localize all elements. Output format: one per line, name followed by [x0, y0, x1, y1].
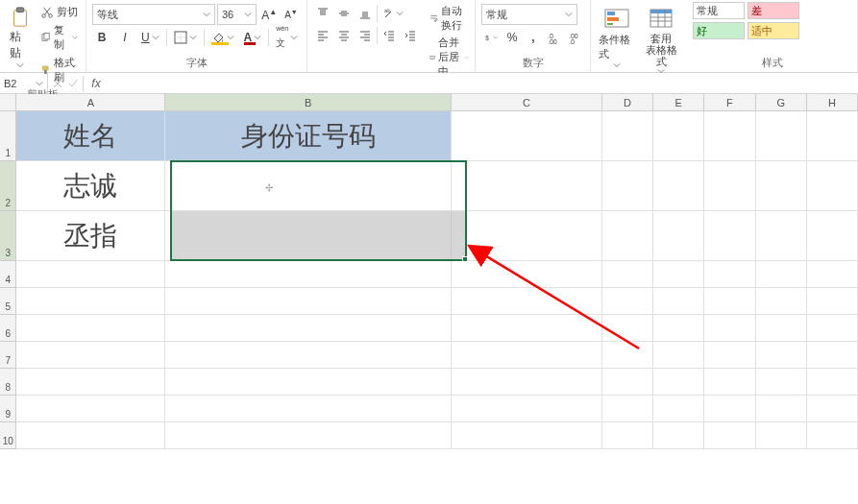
preset-bad[interactable]: 差 [748, 2, 799, 19]
cell-C4[interactable] [452, 261, 602, 288]
cell-E2[interactable] [653, 161, 704, 211]
cell-G6[interactable] [756, 315, 807, 342]
cell-F10[interactable] [704, 422, 755, 449]
cell-H4[interactable] [807, 261, 858, 288]
decrease-indent-button[interactable] [380, 26, 399, 45]
cell-H7[interactable] [807, 342, 858, 369]
preset-neutral[interactable]: 适中 [748, 22, 799, 39]
cell-A10[interactable] [16, 422, 165, 449]
row-header-2[interactable]: 2 [0, 161, 16, 211]
cell-E10[interactable] [653, 422, 704, 449]
cell-F6[interactable] [704, 315, 755, 342]
cell-B7[interactable] [165, 342, 452, 369]
formula-input[interactable] [109, 73, 858, 93]
copy-button[interactable]: 复制 [38, 22, 80, 53]
col-header-C[interactable]: C [452, 94, 602, 110]
cell-D6[interactable] [602, 315, 653, 342]
cell-E1[interactable] [653, 111, 704, 161]
cell-C2[interactable] [452, 161, 602, 211]
cell-A6[interactable] [16, 315, 165, 342]
increase-font-button[interactable]: A▲ [258, 5, 280, 24]
font-size-select[interactable]: 36 [217, 4, 257, 25]
cell-D1[interactable] [602, 111, 653, 161]
row-header-7[interactable]: 7 [0, 342, 16, 369]
row-header-10[interactable]: 10 [0, 422, 16, 449]
cell-F9[interactable] [704, 396, 755, 422]
cell-C6[interactable] [452, 315, 602, 342]
row-header-3[interactable]: 3 [0, 211, 16, 261]
name-box[interactable]: B2 [0, 73, 48, 93]
cell-D10[interactable] [602, 422, 653, 449]
col-header-G[interactable]: G [756, 94, 807, 110]
cell-A9[interactable] [16, 396, 165, 422]
increase-indent-button[interactable] [401, 26, 420, 45]
cell-D8[interactable] [602, 369, 653, 396]
align-bottom-button[interactable] [355, 4, 375, 23]
col-header-F[interactable]: F [704, 94, 755, 110]
cell-B8[interactable] [165, 369, 452, 396]
cell-G7[interactable] [756, 342, 807, 369]
comma-button[interactable]: , [524, 28, 543, 47]
cell-H6[interactable] [807, 315, 858, 342]
align-top-button[interactable] [313, 4, 332, 23]
row-header-6[interactable]: 6 [0, 315, 16, 342]
cell-C10[interactable] [452, 422, 602, 449]
cell-F5[interactable] [704, 288, 755, 315]
cell-C1[interactable] [452, 111, 602, 161]
font-color-button[interactable]: A [241, 28, 265, 47]
cell-C8[interactable] [452, 369, 602, 396]
cell-D3[interactable] [602, 211, 653, 261]
italic-button[interactable]: I [115, 28, 135, 47]
conditional-format-button[interactable]: 条件格式 [597, 4, 637, 71]
decrease-decimal-button[interactable]: .00.0 [566, 28, 585, 47]
align-center-button[interactable] [334, 26, 354, 45]
cell-B9[interactable] [165, 396, 452, 422]
cell-H3[interactable] [807, 211, 858, 261]
cell-D7[interactable] [602, 342, 653, 369]
row-header-1[interactable]: 1 [0, 111, 16, 161]
bold-button[interactable]: B [92, 28, 111, 47]
col-header-B[interactable]: B [165, 94, 452, 110]
cell-F4[interactable] [704, 261, 755, 288]
cell-C7[interactable] [452, 342, 602, 369]
cell-D5[interactable] [602, 288, 653, 315]
cell-C3[interactable] [452, 211, 602, 261]
row-header-9[interactable]: 9 [0, 396, 16, 422]
currency-button[interactable]: $ [481, 28, 501, 47]
cell-A4[interactable] [16, 261, 165, 288]
cell-F3[interactable] [704, 211, 755, 261]
cell-B1[interactable]: 身份证号码 [165, 111, 452, 161]
cut-button[interactable]: 剪切 [38, 4, 80, 20]
underline-button[interactable]: U [138, 28, 162, 47]
cell-A8[interactable] [16, 369, 165, 396]
cell-E9[interactable] [653, 396, 704, 422]
row-header-4[interactable]: 4 [0, 261, 16, 288]
cell-C5[interactable] [452, 288, 602, 315]
cell-C9[interactable] [452, 396, 602, 422]
orientation-button[interactable]: ab [380, 4, 406, 23]
cell-H2[interactable] [807, 161, 858, 211]
cell-A7[interactable] [16, 342, 165, 369]
fill-color-button[interactable] [208, 28, 237, 47]
cell-G3[interactable] [756, 211, 807, 261]
cell-D9[interactable] [602, 396, 653, 422]
cell-B3[interactable] [165, 211, 452, 261]
row-header-8[interactable]: 8 [0, 369, 16, 396]
cell-G4[interactable] [756, 261, 807, 288]
cell-B10[interactable] [165, 422, 452, 449]
preset-normal[interactable]: 常规 [693, 2, 745, 19]
cell-E5[interactable] [653, 288, 704, 315]
cell-F2[interactable] [704, 161, 755, 211]
phonetic-button[interactable]: wén文 [273, 28, 301, 47]
decrease-font-button[interactable]: A▼ [282, 5, 301, 24]
cell-F7[interactable] [704, 342, 755, 369]
increase-decimal-button[interactable]: .0.00 [545, 28, 564, 47]
cell-G10[interactable] [756, 422, 807, 449]
preset-good[interactable]: 好 [693, 22, 745, 39]
cancel-icon[interactable] [52, 78, 63, 89]
cell-A3[interactable]: 丞指 [16, 211, 165, 261]
font-name-select[interactable]: 等线 [92, 4, 215, 25]
cell-H1[interactable] [807, 111, 858, 161]
align-right-button[interactable] [355, 26, 375, 45]
cell-E6[interactable] [653, 315, 704, 342]
